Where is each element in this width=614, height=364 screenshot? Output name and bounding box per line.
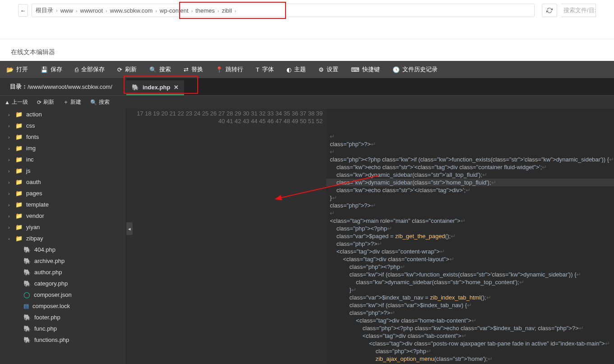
- tree-folder[interactable]: ›📁css: [0, 120, 126, 131]
- breadcrumb-item[interactable]: www: [60, 7, 73, 14]
- breadcrumb-item[interactable]: themes: [195, 7, 215, 14]
- chevron-right-icon: ›: [76, 8, 78, 14]
- file-icon: 🐘: [23, 336, 31, 343]
- breadcrumb-item[interactable]: www.scbkw.com: [110, 7, 153, 14]
- directory-label: 目录：/www/wwwroot/www.scbkw.com/: [0, 78, 126, 95]
- breadcrumb-item[interactable]: zibll: [222, 7, 232, 14]
- chevron-right-icon: ›: [191, 8, 193, 14]
- chevron-right-icon: ›: [155, 8, 157, 14]
- tree-folder[interactable]: ›📁js: [0, 165, 126, 176]
- tree-label: template: [26, 201, 49, 208]
- tree-file[interactable]: 🐘archive.php: [0, 255, 126, 267]
- editor-toolbar: 📂打开 💾保存 ⎙全部保存 ⟳刷新 🔍搜索 ⇄替换 📍跳转行 T字体 ◐主题 ⚙…: [0, 61, 614, 78]
- file-icon: 🐘: [23, 246, 31, 253]
- tree-label: 404.php: [34, 246, 55, 253]
- tree-folder[interactable]: ›📁img: [0, 143, 126, 154]
- tree-file[interactable]: 🐘404.php: [0, 244, 126, 255]
- tree-folder[interactable]: ›📁fonts: [0, 131, 126, 143]
- tree-folder[interactable]: ›📁yiyan: [0, 221, 126, 233]
- tree-file[interactable]: 🐘footer.php: [0, 312, 126, 323]
- theme-button[interactable]: ◐主题: [280, 61, 312, 78]
- folder-icon: 📁: [15, 134, 23, 140]
- tree-folder[interactable]: ›📁template: [0, 199, 126, 210]
- code-area[interactable]: ↵class="php">?>↵↵class="php"><?php class…: [326, 109, 614, 364]
- tree-file[interactable]: ◯composer.json: [0, 289, 126, 300]
- tree-label: footer.php: [34, 314, 60, 321]
- breadcrumb[interactable]: 根目录 › www›wwwroot›www.scbkw.com›wp-conte…: [32, 4, 535, 17]
- tab-indexphp[interactable]: 🐘 index.php ✕: [126, 80, 184, 95]
- close-icon[interactable]: ✕: [174, 84, 179, 91]
- editor-row2: 目录：/www/wwwroot/www.scbkw.com/ 🐘 index.p…: [0, 78, 614, 95]
- shortcuts-button[interactable]: ⌨快捷键: [345, 61, 386, 78]
- code-editor[interactable]: ◂ 17 18 19 20 21 22 23 24 25 26 27 28 29…: [126, 109, 614, 364]
- search-button[interactable]: 🔍 搜索: [86, 98, 114, 106]
- save-button[interactable]: 💾保存: [34, 61, 69, 78]
- tree-label: archive.php: [34, 258, 65, 264]
- caret-icon: ›: [8, 213, 12, 219]
- chevron-right-icon: ›: [56, 8, 58, 13]
- folder-icon: 📁: [15, 212, 23, 219]
- php-icon: 🐘: [132, 84, 139, 91]
- file-tree[interactable]: ›📁action›📁css›📁fonts›📁img›📁inc›📁js›📁oaut…: [0, 109, 126, 364]
- back-button[interactable]: ←: [18, 4, 28, 17]
- tree-folder[interactable]: ›📁vendor: [0, 210, 126, 221]
- tree-file[interactable]: 🐘category.php: [0, 278, 126, 289]
- tree-label: composer.lock: [32, 303, 70, 309]
- tree-label: js: [26, 167, 30, 174]
- breadcrumb-item[interactable]: wp-content: [160, 7, 189, 14]
- refresh-button[interactable]: ⟳刷新: [111, 61, 143, 78]
- breadcrumb-root[interactable]: 根目录: [36, 6, 53, 14]
- up-button[interactable]: ▲ 上一级: [0, 98, 32, 106]
- tab-strip: 🐘 index.php ✕: [126, 78, 614, 95]
- file-icon: 🐘: [23, 325, 31, 332]
- caret-icon: ›: [8, 225, 12, 230]
- font-button[interactable]: T字体: [249, 61, 280, 78]
- breadcrumb-item[interactable]: wwwroot: [80, 7, 103, 14]
- tree-folder[interactable]: ›📁pages: [0, 188, 126, 199]
- tree-label: oauth: [26, 179, 41, 185]
- caret-icon: ›: [8, 191, 12, 196]
- open-button[interactable]: 📂打开: [0, 61, 34, 78]
- chevron-right-icon: ›: [235, 8, 236, 14]
- tree-file[interactable]: 🐘functions.php: [0, 334, 126, 346]
- tree-label: action: [26, 111, 42, 118]
- caret-icon: ›: [8, 180, 12, 185]
- goto-button[interactable]: 📍跳转行: [209, 61, 249, 78]
- folder-icon: 📁: [15, 111, 23, 118]
- tree-folder[interactable]: ›📁oauth: [0, 176, 126, 188]
- collapse-handle[interactable]: ◂: [126, 222, 133, 235]
- folder-icon: 📁: [15, 235, 23, 242]
- folder-icon: 📁: [15, 167, 23, 174]
- refresh-button[interactable]: [542, 4, 557, 17]
- tree-folder[interactable]: ›📁zibpay: [0, 233, 126, 244]
- file-icon: 🐘: [23, 258, 31, 264]
- tree-folder[interactable]: ›📁inc: [0, 154, 126, 165]
- saveall-button[interactable]: ⎙全部保存: [69, 61, 111, 78]
- caret-icon: ›: [8, 202, 12, 207]
- new-button[interactable]: ＋ 新建: [59, 98, 86, 106]
- tree-file[interactable]: 🐘func.php: [0, 323, 126, 334]
- tree-label: pages: [26, 190, 42, 197]
- tree-file[interactable]: ▤composer.lock: [0, 300, 126, 312]
- folder-icon: 📁: [15, 201, 23, 208]
- search-input[interactable]: 搜索文件/目录: [561, 4, 596, 17]
- tree-folder[interactable]: ›📁action: [0, 109, 126, 120]
- replace-button[interactable]: ⇄替换: [177, 61, 209, 78]
- tree-label: fonts: [26, 134, 39, 140]
- folder-icon: 📁: [15, 122, 23, 129]
- file-icon: ◯: [23, 291, 30, 298]
- settings-button[interactable]: ⚙设置: [312, 61, 345, 78]
- file-icon: 🐘: [23, 269, 31, 276]
- refresh-button[interactable]: ⟳ 刷新: [32, 98, 59, 106]
- top-navigation-bar: ← 根目录 › www›wwwroot›www.scbkw.com›wp-con…: [0, 0, 614, 21]
- tree-label: yiyan: [26, 224, 40, 230]
- folder-icon: 📁: [15, 190, 23, 197]
- tree-label: functions.php: [34, 336, 69, 343]
- caret-icon: ›: [8, 236, 12, 241]
- tree-label: css: [26, 122, 35, 129]
- tree-label: inc: [26, 156, 34, 163]
- tree-file[interactable]: 🐘author.php: [0, 267, 126, 278]
- caret-icon: ›: [8, 123, 12, 129]
- search-button[interactable]: 🔍搜索: [143, 61, 177, 78]
- history-button[interactable]: 🕓文件历史记录: [386, 61, 444, 78]
